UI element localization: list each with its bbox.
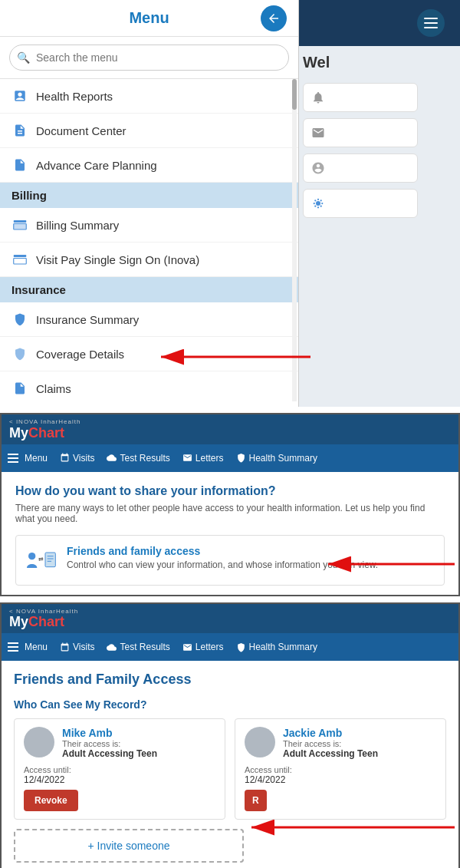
nav3-menu[interactable]: Menu bbox=[8, 642, 48, 652]
menu-item-label: Insurance Summary bbox=[36, 313, 139, 326]
friends-family-card[interactable]: ⇄ Friends and family access Control who … bbox=[15, 535, 445, 586]
mychart-header3: < NOVA InharHealth MyChart bbox=[2, 604, 458, 634]
menu-item-label: Health Reports bbox=[36, 90, 113, 103]
faf-card-top-mike: Mike Amb Their access is: Adult Accessin… bbox=[24, 727, 215, 759]
mike-name: Mike Amb bbox=[62, 727, 157, 739]
menu-back-button[interactable] bbox=[261, 5, 287, 31]
share-card-text: Friends and family access Control who ca… bbox=[67, 545, 378, 570]
menu-item-label: Coverage Details bbox=[36, 348, 124, 361]
nav3-menu-label: Menu bbox=[25, 642, 48, 652]
nav-test-results[interactable]: Test Results bbox=[107, 453, 169, 464]
badge-icon-row bbox=[303, 153, 418, 183]
nav3-health-summary[interactable]: Health Summary bbox=[236, 642, 317, 652]
svg-text:⇄: ⇄ bbox=[38, 556, 44, 563]
menu-item-health-reports[interactable]: Health Reports bbox=[0, 79, 298, 114]
nav3-letters[interactable]: Letters bbox=[182, 642, 224, 652]
menu-item-label: Advance Care Planning bbox=[36, 159, 157, 172]
insurance-section-header: Insurance bbox=[0, 277, 298, 302]
jackie-until-date: 12/4/2022 bbox=[245, 774, 436, 785]
menu-item-document-center[interactable]: Document Center bbox=[0, 114, 298, 148]
svg-point-5 bbox=[314, 200, 316, 201]
invite-someone-button[interactable]: + Invite someone bbox=[14, 829, 244, 863]
svg-point-7 bbox=[314, 206, 316, 207]
menu-item-label: Billing Summary bbox=[36, 219, 119, 232]
svg-point-8 bbox=[320, 200, 322, 201]
background-right-panel: Wel bbox=[291, 0, 460, 407]
mychart-brand3: MyChart bbox=[9, 615, 78, 630]
jackie-avatar bbox=[245, 727, 275, 757]
nav-bar3: Menu Visits Test Results Letters Health … bbox=[2, 633, 458, 661]
menu-item-insurance-summary[interactable]: Insurance Summary bbox=[0, 302, 298, 337]
svg-rect-17 bbox=[45, 553, 55, 567]
faf-card-mike: Mike Amb Their access is: Adult Accessin… bbox=[14, 718, 225, 820]
billing-header-label: Billing bbox=[12, 189, 47, 202]
share-question: How do you want to share your informatio… bbox=[15, 484, 445, 498]
jackie-revoke-button[interactable]: R bbox=[245, 790, 267, 811]
hamburger-menu-icon[interactable] bbox=[417, 9, 445, 37]
nav3-test-results[interactable]: Test Results bbox=[107, 642, 169, 652]
nav3-visits-label: Visits bbox=[73, 642, 94, 652]
search-icon: 🔍 bbox=[17, 51, 30, 64]
menu-search-container: 🔍 bbox=[0, 37, 298, 79]
menu-item-label: Visit Pay Single Sign On (Inova) bbox=[36, 253, 199, 266]
notification-icon-row bbox=[303, 83, 418, 112]
coverage-icon bbox=[12, 345, 28, 362]
nav-menu-label: Menu bbox=[25, 453, 48, 464]
health-report-icon bbox=[12, 87, 28, 104]
faf-card-jackie: Jackie Amb Their access is: Adult Access… bbox=[235, 718, 446, 820]
visit-pay-icon bbox=[12, 251, 28, 268]
menu-item-advance-care[interactable]: Advance Care Planning bbox=[0, 148, 298, 183]
nav-test-results-label: Test Results bbox=[120, 453, 169, 464]
share-description: There are many ways to let other people … bbox=[15, 503, 445, 524]
svg-point-4 bbox=[321, 203, 323, 204]
nav-menu[interactable]: Menu bbox=[8, 453, 48, 464]
jackie-access-label: Their access is: bbox=[283, 739, 378, 748]
nav-health-summary[interactable]: Health Summary bbox=[236, 453, 317, 464]
bg-content: Wel bbox=[291, 46, 460, 226]
menu-item-coverage-details[interactable]: Coverage Details bbox=[0, 337, 298, 371]
faf-card-top-jackie: Jackie Amb Their access is: Adult Access… bbox=[245, 727, 436, 759]
welcome-text: Wel bbox=[303, 54, 449, 71]
virus-icon-row bbox=[303, 189, 418, 218]
nav3-visits[interactable]: Visits bbox=[60, 642, 94, 652]
mike-until-label: Access until: bbox=[24, 765, 215, 774]
svg-point-6 bbox=[320, 206, 322, 207]
share-content: How do you want to share your informatio… bbox=[2, 472, 458, 595]
jackie-info: Jackie Amb Their access is: Adult Access… bbox=[283, 727, 378, 759]
billing-summary-icon bbox=[12, 216, 28, 233]
nav3-health-summary-label: Health Summary bbox=[249, 642, 317, 652]
menu-item-label: Document Center bbox=[36, 124, 127, 137]
svg-point-0 bbox=[316, 201, 320, 206]
menu-header: Menu bbox=[0, 0, 298, 37]
mychart-brand: MyChart bbox=[9, 426, 80, 441]
nav-letters[interactable]: Letters bbox=[182, 453, 224, 464]
mike-access-label: Their access is: bbox=[62, 739, 157, 748]
message-icon-row bbox=[303, 118, 418, 147]
billing-section-header: Billing bbox=[0, 183, 298, 208]
menu-item-billing-summary[interactable]: Billing Summary bbox=[0, 208, 298, 243]
chart-text: Chart bbox=[28, 425, 64, 441]
menu-search-input[interactable] bbox=[9, 45, 289, 71]
menu-item-claims[interactable]: Claims bbox=[0, 371, 298, 401]
scrollbar-thumb[interactable] bbox=[292, 79, 297, 110]
faf-who-section-title: Who Can See My Record? bbox=[14, 698, 446, 711]
nav-health-summary-label: Health Summary bbox=[249, 453, 317, 464]
nav-visits[interactable]: Visits bbox=[60, 453, 94, 464]
friends-family-title[interactable]: Friends and family access bbox=[67, 545, 378, 557]
document-icon bbox=[12, 122, 28, 139]
nav-visits-label: Visits bbox=[73, 453, 94, 464]
menu-section: Wel Menu bbox=[0, 0, 460, 407]
mike-avatar bbox=[24, 727, 54, 757]
faf-content: Friends and Family Access Who Can See My… bbox=[2, 661, 458, 868]
menu-item-visit-pay[interactable]: Visit Pay Single Sign On (Inova) bbox=[0, 243, 298, 277]
faf-cards-row: Mike Amb Their access is: Adult Accessin… bbox=[14, 718, 446, 820]
menu-panel: Menu 🔍 Health Reports bbox=[0, 0, 299, 407]
jackie-access-type: Adult Accessing Teen bbox=[283, 748, 378, 759]
svg-rect-9 bbox=[14, 220, 27, 223]
mike-revoke-button[interactable]: Revoke bbox=[24, 790, 78, 811]
nav-letters-label: Letters bbox=[196, 453, 224, 464]
claims-icon bbox=[12, 380, 28, 397]
insurance-header-label: Insurance bbox=[12, 283, 66, 296]
svg-rect-11 bbox=[14, 255, 27, 257]
svg-point-3 bbox=[314, 203, 315, 204]
